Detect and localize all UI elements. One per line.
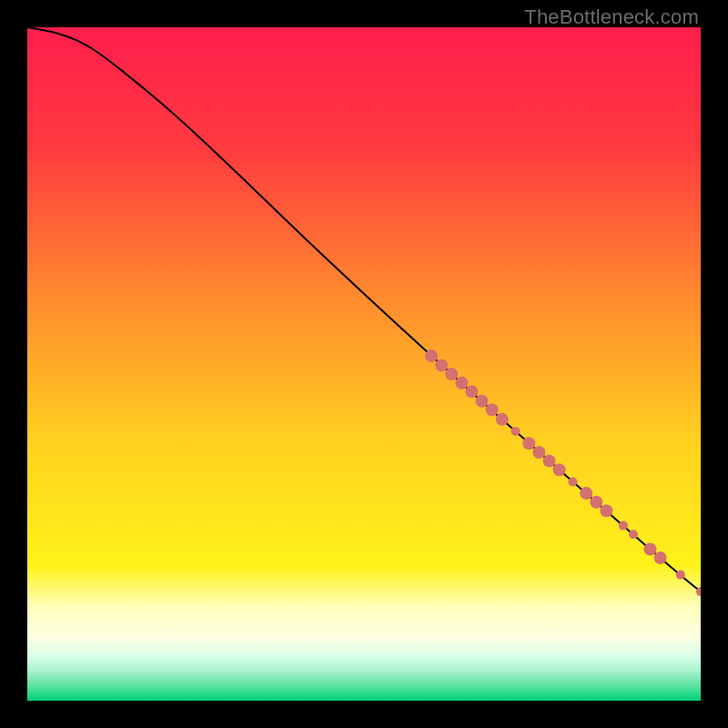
- data-point: [543, 455, 556, 468]
- watermark-label: TheBottleneck.com: [524, 5, 699, 29]
- data-point: [465, 385, 478, 398]
- data-point: [654, 551, 667, 564]
- chart-stage: TheBottleneck.com: [0, 0, 728, 728]
- data-point: [445, 368, 458, 380]
- data-point: [455, 377, 468, 389]
- chart-plot: [27, 27, 701, 701]
- data-point: [532, 446, 545, 459]
- data-point: [619, 521, 628, 531]
- data-point: [590, 496, 602, 509]
- data-point: [522, 437, 535, 450]
- data-point: [476, 395, 489, 408]
- chart-background: [27, 27, 701, 701]
- data-point: [568, 478, 577, 487]
- data-point: [580, 487, 592, 500]
- chart-svg: [27, 27, 701, 701]
- data-point: [600, 504, 612, 517]
- data-point: [644, 543, 657, 556]
- data-point: [496, 413, 509, 426]
- data-point: [435, 359, 448, 371]
- data-point: [425, 349, 438, 362]
- data-point: [553, 463, 566, 476]
- data-point: [676, 571, 685, 580]
- data-point: [486, 403, 499, 416]
- data-point: [629, 530, 638, 539]
- data-point: [511, 427, 521, 436]
